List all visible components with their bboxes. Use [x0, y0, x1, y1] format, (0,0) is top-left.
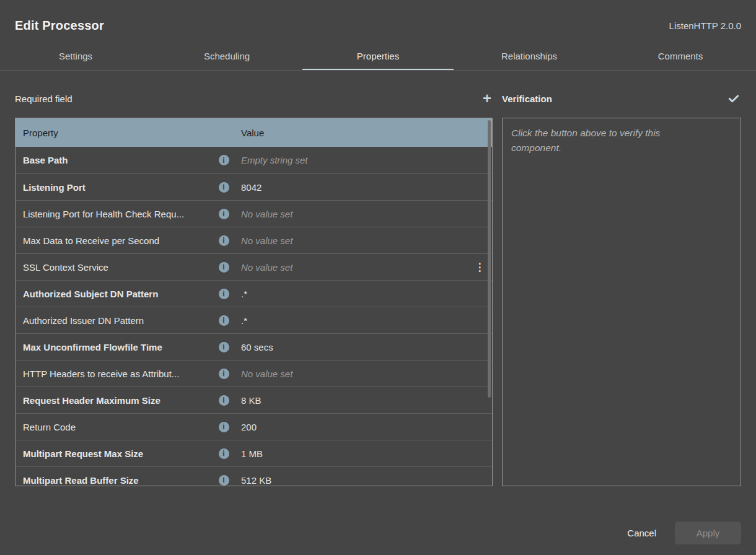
tab-scheduling[interactable]: Scheduling	[151, 43, 302, 70]
properties-table: Property Value Base PathiEmpty string se…	[15, 118, 493, 486]
property-name: SSL Context Service	[15, 262, 215, 273]
property-value[interactable]: 1 MB	[232, 448, 467, 459]
dialog-footer: Cancel Apply	[623, 522, 741, 544]
tab-properties[interactable]: Properties	[302, 43, 454, 70]
add-property-icon[interactable]: +	[481, 92, 493, 105]
table-row[interactable]: Authorized Subject DN Patterni.*	[15, 280, 492, 307]
apply-button[interactable]: Apply	[675, 522, 741, 544]
tab-comments[interactable]: Comments	[605, 43, 756, 70]
property-name: Max Unconfirmed Flowfile Time	[15, 342, 215, 352]
table-row[interactable]: Authorized Issuer DN Patterni.*	[15, 307, 492, 333]
info-icon: i	[219, 315, 229, 326]
table-row[interactable]: Request Header Maximum Sizei8 KB	[15, 387, 492, 413]
properties-section-head: Required field +	[15, 90, 493, 107]
property-value[interactable]: No value set	[232, 369, 467, 379]
property-value[interactable]: Empty string set	[232, 155, 467, 165]
table-row[interactable]: Max Data to Receive per SecondiNo value …	[15, 227, 492, 253]
property-name: Authorized Issuer DN Pattern	[15, 315, 215, 326]
verification-empty-message: Click the button above to verify this co…	[511, 126, 697, 155]
verification-column: Verification Click the button above to v…	[502, 71, 741, 486]
property-value[interactable]: 200	[232, 422, 467, 432]
cancel-button[interactable]: Cancel	[623, 523, 660, 543]
info-icon: i	[219, 342, 229, 352]
table-row[interactable]: Listening Port for Health Check Requ...i…	[15, 200, 492, 227]
properties-tab-content: Required field + Property Value Base Pat…	[0, 71, 756, 486]
info-icon: i	[219, 209, 229, 219]
info-icon: i	[219, 395, 229, 406]
verification-section-head: Verification	[502, 90, 741, 107]
property-value[interactable]: No value set	[232, 262, 467, 273]
property-value[interactable]: 8 KB	[232, 395, 467, 406]
info-icon: i	[219, 369, 229, 379]
row-menu-icon[interactable]: ⋮	[475, 262, 485, 273]
info-icon: i	[219, 422, 229, 432]
tab-bar: Settings Scheduling Properties Relations…	[0, 43, 756, 71]
properties-column: Required field + Property Value Base Pat…	[15, 71, 493, 486]
properties-table-header: Property Value	[15, 118, 492, 147]
property-rows: Base PathiEmpty string setListening Port…	[15, 147, 492, 486]
table-row[interactable]: Max Unconfirmed Flowfile Timei60 secs	[15, 333, 492, 360]
info-icon: i	[219, 289, 229, 299]
column-header-property: Property	[15, 128, 215, 138]
column-header-value: Value	[232, 128, 467, 138]
property-name: Multipart Request Max Size	[15, 448, 215, 459]
property-name: Authorized Subject DN Pattern	[15, 289, 215, 299]
property-name: Request Header Maximum Size	[15, 395, 215, 406]
property-name: Listening Port	[15, 182, 215, 193]
property-name: Multipart Read Buffer Size	[15, 475, 215, 486]
property-value[interactable]: 8042	[232, 182, 467, 193]
info-icon: i	[219, 155, 229, 165]
property-name: Return Code	[15, 422, 215, 432]
table-row[interactable]: Multipart Request Max Sizei1 MB	[15, 440, 492, 466]
verification-label: Verification	[502, 94, 552, 104]
info-icon: i	[219, 475, 229, 486]
required-field-label: Required field	[15, 94, 73, 104]
property-value[interactable]: .*	[232, 289, 467, 299]
verify-properties-icon[interactable]	[727, 92, 741, 105]
info-icon: i	[219, 235, 229, 246]
info-icon: i	[219, 448, 229, 459]
info-icon: i	[219, 262, 229, 273]
property-value[interactable]: 60 secs	[232, 342, 467, 352]
table-row[interactable]: HTTP Headers to receive as Attribut...iN…	[15, 360, 492, 387]
table-row[interactable]: Base PathiEmpty string set	[15, 147, 492, 173]
property-value[interactable]: 512 KB	[232, 475, 467, 486]
property-value[interactable]: No value set	[232, 209, 467, 219]
property-name: HTTP Headers to receive as Attribut...	[15, 369, 215, 379]
dialog-header: Edit Processor ListenHTTP 2.0.0	[0, 0, 756, 33]
property-name: Base Path	[15, 155, 215, 165]
property-value[interactable]: No value set	[232, 235, 467, 246]
dialog-title: Edit Processor	[15, 19, 104, 33]
table-scrollbar-thumb[interactable]	[488, 120, 491, 398]
property-name: Max Data to Receive per Second	[15, 235, 215, 246]
processor-type-version: ListenHTTP 2.0.0	[669, 20, 741, 31]
table-row[interactable]: Multipart Read Buffer Sizei512 KB	[15, 466, 492, 486]
property-name: Listening Port for Health Check Requ...	[15, 209, 215, 219]
table-row[interactable]: Listening Porti8042	[15, 173, 492, 200]
verification-results-panel: Click the button above to verify this co…	[502, 118, 741, 486]
tab-settings[interactable]: Settings	[0, 43, 151, 70]
table-row[interactable]: SSL Context ServiceiNo value set⋮	[15, 253, 492, 280]
info-icon: i	[219, 182, 229, 193]
tab-relationships[interactable]: Relationships	[454, 43, 605, 70]
property-value[interactable]: .*	[232, 315, 467, 326]
table-row[interactable]: Return Codei200	[15, 413, 492, 440]
